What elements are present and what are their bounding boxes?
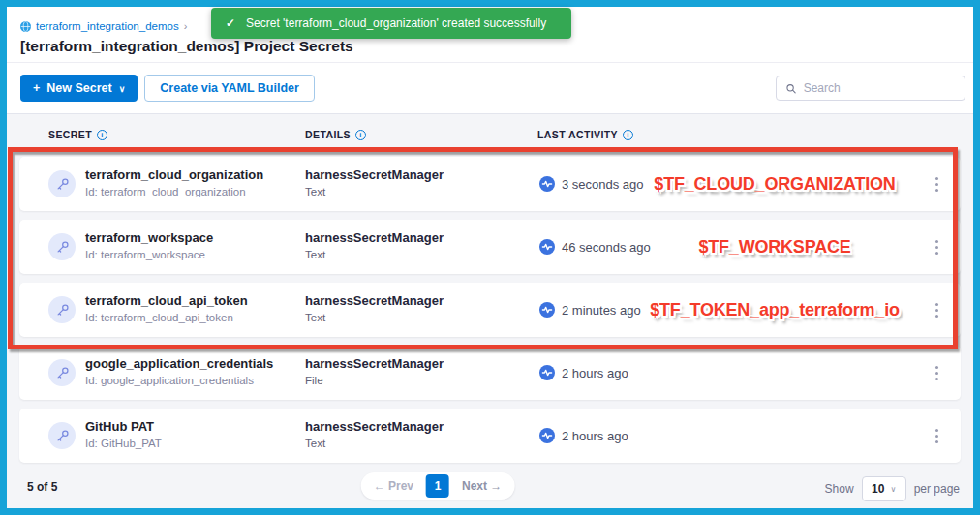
- prev-page-button[interactable]: ← Prev: [365, 479, 422, 493]
- page-size-select[interactable]: 10 ∨: [862, 476, 906, 501]
- last-activity-cell: 46 seconds ago: [539, 239, 651, 255]
- column-label: SECRET: [48, 129, 92, 140]
- secret-type: Text: [305, 312, 444, 323]
- kebab-icon: [935, 183, 938, 186]
- kebab-icon: [935, 246, 938, 249]
- next-page-button[interactable]: Next →: [453, 479, 510, 493]
- table-row[interactable]: google_application_credentials Id: googl…: [19, 346, 961, 400]
- search-input[interactable]: [804, 81, 956, 95]
- page-size-control: Show 10 ∨ per page: [825, 476, 960, 501]
- kebab-icon: [935, 372, 938, 375]
- plus-icon: +: [33, 81, 40, 95]
- secret-name-cell: terraform_workspace Id: terraform_worksp…: [85, 230, 213, 260]
- info-icon[interactable]: i: [623, 130, 633, 140]
- row-menu-button[interactable]: [930, 174, 943, 194]
- table-row[interactable]: GitHub PAT Id: GitHub_PAT harnessSecretM…: [19, 409, 961, 463]
- column-header-secret: SECRET i: [48, 129, 107, 140]
- last-activity-text: 3 seconds ago: [562, 177, 644, 192]
- search-box[interactable]: [776, 76, 965, 101]
- search-icon: [785, 82, 797, 95]
- last-activity-cell: 2 hours ago: [539, 365, 628, 380]
- table-row[interactable]: terraform_cloud_api_token Id: terraform_…: [19, 283, 961, 337]
- secret-details-cell: harnessSecretManager Text: [305, 167, 444, 197]
- pagination: ← Prev 1 Next →: [361, 472, 515, 500]
- secret-name-cell: GitHub PAT Id: GitHub_PAT: [85, 419, 162, 449]
- secret-manager: harnessSecretManager: [305, 419, 444, 434]
- column-header-last-activity: LAST ACTIVITY i: [537, 129, 633, 140]
- secret-type: Text: [305, 186, 444, 197]
- row-count: 5 of 5: [27, 480, 57, 494]
- table-row[interactable]: terraform_cloud_organization Id: terrafo…: [19, 157, 961, 211]
- column-label: DETAILS: [305, 129, 351, 140]
- activity-icon: [539, 239, 555, 255]
- key-icon: [55, 303, 70, 318]
- last-activity-text: 2 hours ago: [562, 366, 628, 380]
- new-secret-button[interactable]: + New Secret ∨: [20, 75, 138, 102]
- page-1-button[interactable]: 1: [426, 474, 449, 498]
- secret-rows: terraform_cloud_organization Id: terrafo…: [19, 157, 961, 471]
- success-toast: ✓ Secret 'terraform_cloud_organization' …: [211, 8, 571, 39]
- secret-key-badge: [48, 170, 76, 197]
- last-activity-text: 2 minutes ago: [562, 303, 641, 318]
- secret-id: Id: GitHub_PAT: [85, 438, 162, 449]
- env-var-annotation: $TF_CLOUD_ORGANIZATION: [654, 174, 895, 195]
- new-secret-label: New Secret: [46, 81, 111, 95]
- activity-icon: [539, 176, 555, 192]
- secrets-table: SECRET i DETAILS i LAST ACTIVITY i terra…: [7, 114, 973, 508]
- column-header-details: DETAILS i: [305, 129, 366, 140]
- last-activity-cell: 2 minutes ago: [539, 302, 641, 318]
- info-icon[interactable]: i: [97, 130, 107, 140]
- secret-id: Id: terraform_cloud_api_token: [85, 312, 248, 323]
- secret-name-cell: terraform_cloud_organization Id: terrafo…: [85, 167, 263, 197]
- key-icon: [55, 366, 70, 380]
- secret-name-cell: google_application_credentials Id: googl…: [85, 356, 273, 386]
- row-menu-button[interactable]: [930, 363, 943, 382]
- yaml-builder-button[interactable]: Create via YAML Builder: [144, 75, 315, 102]
- secret-name: GitHub PAT: [85, 419, 162, 434]
- per-page-label: per page: [914, 482, 960, 496]
- secret-name: terraform_cloud_organization: [85, 167, 263, 182]
- breadcrumb-project-link[interactable]: terraform_integration_demos: [36, 20, 179, 32]
- row-menu-button[interactable]: [930, 300, 943, 319]
- secret-name: terraform_workspace: [85, 230, 213, 245]
- secret-type: File: [305, 375, 444, 386]
- secret-key-badge: [48, 422, 76, 449]
- env-var-annotation: $TF_TOKEN_app_terraform_io: [650, 300, 900, 320]
- secret-key-badge: [48, 296, 76, 323]
- activity-icon: [539, 302, 555, 318]
- show-label: Show: [825, 482, 854, 496]
- key-icon: [55, 177, 70, 192]
- secret-name: terraform_cloud_api_token: [85, 293, 248, 308]
- secret-manager: harnessSecretManager: [305, 230, 444, 245]
- chevron-down-icon: ∨: [890, 485, 896, 494]
- breadcrumb-separator: ›: [184, 20, 188, 32]
- secret-details-cell: harnessSecretManager Text: [305, 293, 444, 323]
- last-activity-cell: 2 hours ago: [539, 428, 628, 443]
- last-activity-cell: 3 seconds ago: [539, 176, 644, 192]
- row-menu-button[interactable]: [930, 426, 943, 445]
- secret-details-cell: harnessSecretManager Text: [305, 230, 444, 260]
- row-menu-button[interactable]: [930, 237, 943, 257]
- activity-icon: [539, 428, 555, 443]
- secret-manager: harnessSecretManager: [305, 293, 444, 308]
- kebab-icon: [935, 309, 938, 312]
- column-label: LAST ACTIVITY: [537, 129, 618, 140]
- table-row[interactable]: terraform_workspace Id: terraform_worksp…: [19, 220, 961, 274]
- yaml-builder-label: Create via YAML Builder: [160, 81, 299, 95]
- key-icon: [55, 429, 70, 443]
- action-bar: + New Secret ∨ Create via YAML Builder: [7, 62, 973, 114]
- check-icon: ✓: [226, 16, 235, 30]
- secret-details-cell: harnessSecretManager Text: [305, 419, 444, 449]
- secret-id: Id: terraform_workspace: [85, 249, 213, 260]
- project-secrets-page: terraform_integration_demos › [terraform…: [7, 7, 973, 508]
- last-activity-text: 46 seconds ago: [562, 240, 651, 255]
- kebab-icon: [935, 435, 938, 438]
- secret-id: Id: terraform_cloud_organization: [85, 186, 263, 197]
- toast-message: Secret 'terraform_cloud_organization' cr…: [246, 16, 546, 30]
- chevron-down-icon: ∨: [119, 84, 126, 94]
- screenshot-frame: terraform_integration_demos › [terraform…: [0, 0, 980, 515]
- secret-type: Text: [305, 438, 444, 449]
- info-icon[interactable]: i: [355, 130, 366, 140]
- secret-id: Id: google_application_credentials: [85, 375, 273, 386]
- secret-type: Text: [305, 249, 444, 260]
